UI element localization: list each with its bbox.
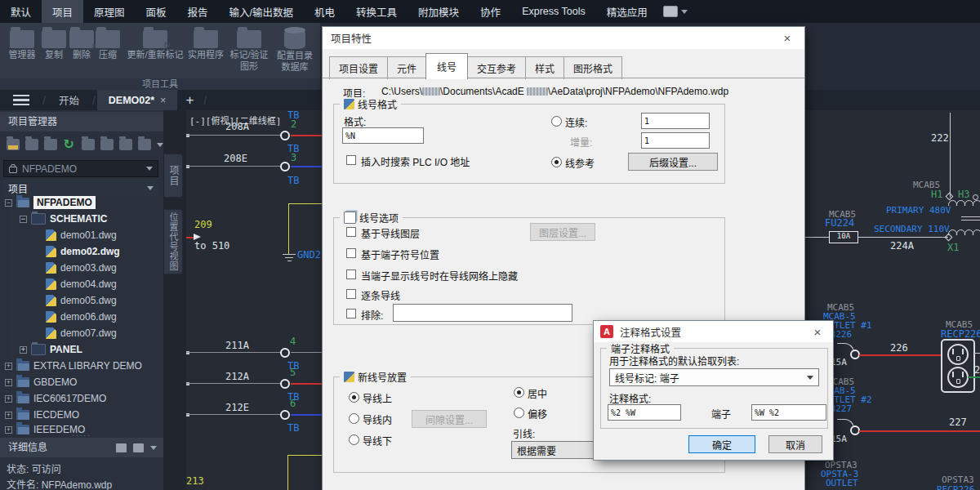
tree-item-demo03[interactable]: demo03.dwg — [46, 261, 117, 275]
ribbon-tab-conversion[interactable]: 转换工具 — [345, 0, 408, 23]
copy-project-button[interactable]: 复制 — [41, 26, 67, 60]
terminal-format-input[interactable] — [751, 404, 826, 421]
annotation-format-input[interactable] — [608, 404, 681, 421]
ribbon-tab-schematic[interactable]: 原理图 — [83, 0, 136, 23]
format-input[interactable] — [342, 127, 424, 144]
tree-item-extra-library-demo[interactable]: + EXTRA LIBRARY DEMO — [5, 359, 142, 373]
preview-toggle-icon[interactable] — [116, 443, 127, 452]
wire-segment-green — [968, 376, 980, 378]
wire-segment-blue — [291, 414, 323, 416]
drawing-list-icon[interactable] — [82, 139, 95, 150]
terminal-position-checkbox[interactable] — [346, 248, 356, 258]
tab-cross-references[interactable]: 交互参考 — [467, 56, 526, 79]
tree-item-demo01[interactable]: demo01.dwg — [46, 228, 117, 243]
delete-project-button[interactable]: × 删除 — [69, 26, 95, 60]
tab-project-settings[interactable]: 项目设置 — [329, 56, 388, 79]
line-reference-radio[interactable] — [551, 157, 562, 167]
wire-layer-checkbox[interactable] — [346, 227, 356, 237]
tree-item-demo06[interactable]: demo06.dwg — [46, 310, 117, 324]
transformer-primary-coil — [948, 200, 980, 206]
details-toggle-icon[interactable] — [133, 443, 144, 452]
mark-verify-button[interactable]: 标记/验证 图形 — [225, 26, 273, 71]
ribbon-tab-addins[interactable]: 附加模块 — [408, 0, 470, 23]
wire-segment — [186, 383, 283, 384]
tab-start[interactable]: 开始 — [47, 90, 91, 110]
sequential-start-input[interactable] — [641, 113, 710, 129]
cancel-button[interactable]: 取消 — [768, 435, 822, 453]
plc-search-checkbox[interactable] — [346, 155, 356, 165]
hamburger-menu-icon[interactable] — [13, 92, 29, 109]
tree-item-demo05[interactable]: demo05.dwg — [46, 293, 117, 308]
wire-number-226: 226 — [890, 343, 908, 353]
exclude-checkbox[interactable] — [346, 309, 356, 318]
publish-icon[interactable] — [138, 139, 151, 150]
ribbon-tab-electromech[interactable]: 机电 — [304, 0, 345, 23]
above-wire-radio[interactable] — [349, 392, 359, 403]
wire-segment-vertical — [950, 113, 951, 198]
below-wire-radio[interactable] — [349, 434, 359, 445]
ribbon-tab-io-data[interactable]: 输入/输出数据 — [219, 0, 304, 23]
toolbar-overflow-icon[interactable] — [157, 143, 163, 147]
ribbon-tab-panel[interactable]: 面板 — [136, 0, 177, 23]
catalog-database-button[interactable]: 配置目录 数据库 — [273, 26, 317, 72]
close-tab-icon[interactable]: × — [160, 95, 166, 106]
tree-item-iec60617demo[interactable]: + IEC60617DEMO — [5, 391, 106, 406]
chevron-down-icon[interactable] — [150, 446, 157, 450]
project-manager-header[interactable]: 项目管理器 — [0, 112, 163, 131]
side-tab-location-view[interactable]: 位置代号视图 — [164, 209, 183, 274]
terminal-number: 6 — [290, 399, 296, 408]
ribbon-tab-project[interactable]: 项目 — [42, 0, 83, 23]
dialog-title-bar[interactable]: 项目特性 × — [323, 27, 804, 49]
update-retag-button[interactable]: ↻ 更新/重新标记 — [122, 26, 188, 60]
ribbon-tab-reports[interactable]: 报告 — [177, 0, 219, 23]
tree-item-gbdemo[interactable]: + GBDEMO — [5, 375, 77, 390]
wire-segment — [291, 352, 323, 353]
new-project-icon[interactable] — [25, 139, 38, 150]
ribbon-tab-featured-apps[interactable]: 精选应用 — [596, 0, 658, 23]
ribbon-tab-express-tools[interactable]: Express Tools — [511, 0, 596, 23]
ok-button[interactable]: 确定 — [688, 435, 755, 453]
tree-item-panel-folder[interactable]: + PANEL — [20, 342, 82, 357]
zip-project-button[interactable]: 压缩 — [95, 26, 121, 60]
close-icon[interactable]: × — [808, 325, 826, 339]
snapshot-icon[interactable] — [100, 139, 114, 150]
ribbon-tab-collaborate[interactable]: 协作 — [470, 0, 511, 23]
centered-radio[interactable] — [514, 387, 524, 398]
increment-input[interactable] — [641, 132, 710, 149]
close-icon[interactable]: × — [778, 31, 796, 45]
drawing-canvas-left[interactable]: [-][俯视][二维线框] 208A TB 2 TB 3 208E TB GND… — [186, 110, 323, 490]
tab-styles[interactable]: 样式 — [525, 56, 564, 79]
tree-item-schematic[interactable]: − SCHEMATIC — [20, 212, 107, 226]
ribbon-tab-default[interactable]: 默认 — [0, 0, 42, 23]
project-wizard-icon[interactable] — [44, 139, 57, 150]
per-wire-checkbox[interactable] — [346, 289, 356, 299]
inline-wire-radio[interactable] — [349, 413, 359, 424]
hide-on-network-checkbox[interactable] — [346, 270, 356, 279]
tab-drawing-format[interactable]: 图形格式 — [564, 56, 622, 79]
suffix-setup-button[interactable]: 后缀设置... — [628, 153, 718, 171]
active-project-dropdown[interactable]: NFPADEMO — [3, 160, 158, 177]
tree-item-demo02[interactable]: demo02.dwg — [46, 244, 120, 259]
tree-item-iecdemo[interactable]: + IECDEMO — [5, 408, 79, 422]
new-tab-button[interactable]: + — [177, 92, 202, 109]
open-project-icon[interactable] — [7, 139, 20, 150]
tree-item-demo07[interactable]: demo07.dwg — [46, 326, 117, 341]
tab-demo02[interactable]: DEMO02* × — [97, 90, 178, 110]
tree-item-demo04[interactable]: demo04.dwg — [46, 277, 117, 292]
tree-filter-dropdown[interactable]: 项目 — [3, 180, 158, 197]
side-tab-project[interactable]: 项目 — [164, 154, 183, 198]
dialog-title-bar[interactable]: A 注释格式设置 × — [594, 321, 833, 342]
exclude-input[interactable] — [393, 304, 572, 322]
tab-components[interactable]: 元件 — [387, 56, 426, 79]
ribbon-display-toggle-button[interactable] — [663, 6, 688, 17]
offset-radio[interactable] — [514, 408, 524, 418]
refresh-icon[interactable]: ↻ — [63, 139, 75, 150]
copy-drawing-icon[interactable] — [119, 139, 132, 150]
tab-wire-numbers[interactable]: 线号 — [425, 53, 468, 79]
ribbon-group-label[interactable]: 项目工具 — [0, 78, 320, 90]
project-manager-button[interactable]: 管理器 — [5, 26, 39, 60]
tree-item-project-root[interactable]: − NFPADEMO — [5, 195, 96, 210]
sequential-radio[interactable] — [551, 116, 562, 127]
pick-list-dropdown[interactable]: 线号标记: 端子 — [609, 368, 819, 386]
utilities-button[interactable]: 实用程序 — [186, 26, 225, 60]
